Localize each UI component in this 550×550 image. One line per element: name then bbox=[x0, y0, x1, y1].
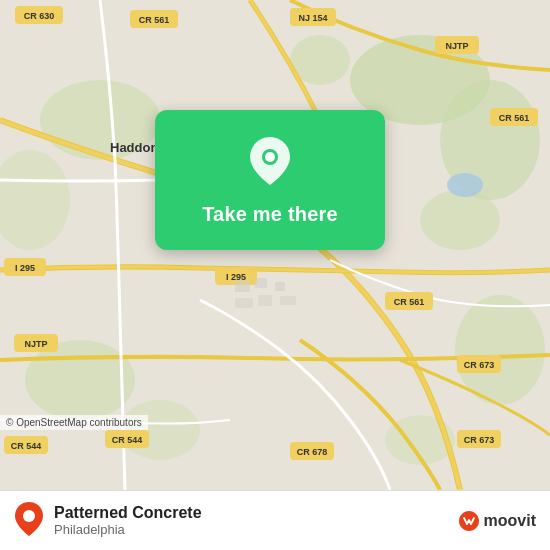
svg-rect-46 bbox=[280, 296, 296, 305]
svg-text:I 295: I 295 bbox=[15, 263, 35, 273]
moovit-logo: moovit bbox=[458, 510, 536, 532]
svg-rect-45 bbox=[258, 295, 272, 306]
svg-text:CR 561: CR 561 bbox=[139, 15, 170, 25]
take-me-there-label: Take me there bbox=[202, 203, 338, 226]
svg-rect-41 bbox=[235, 280, 250, 292]
svg-rect-42 bbox=[255, 278, 267, 288]
svg-point-49 bbox=[23, 510, 35, 522]
moovit-pin-icon bbox=[14, 501, 44, 541]
svg-text:NJTP: NJTP bbox=[24, 339, 47, 349]
bottom-bar: Patterned Concrete Philadelphia moovit bbox=[0, 490, 550, 550]
location-pin-icon bbox=[248, 135, 292, 191]
svg-point-48 bbox=[265, 152, 275, 162]
svg-text:NJ 154: NJ 154 bbox=[298, 13, 327, 23]
svg-rect-43 bbox=[275, 282, 285, 291]
svg-text:NJTP: NJTP bbox=[445, 41, 468, 51]
svg-text:CR 561: CR 561 bbox=[394, 297, 425, 307]
take-me-there-card[interactable]: Take me there bbox=[155, 110, 385, 250]
svg-point-3 bbox=[420, 190, 500, 250]
svg-point-11 bbox=[447, 173, 483, 197]
svg-text:CR 561: CR 561 bbox=[499, 113, 530, 123]
svg-text:CR 544: CR 544 bbox=[112, 435, 143, 445]
svg-text:CR 678: CR 678 bbox=[297, 447, 328, 457]
place-name: Patterned Concrete bbox=[54, 504, 448, 522]
svg-text:CR 673: CR 673 bbox=[464, 435, 495, 445]
svg-text:CR 544: CR 544 bbox=[11, 441, 42, 451]
svg-rect-44 bbox=[235, 298, 253, 308]
map-container: CR 630 CR 561 NJ 154 NJTP CR 561 I 295 I… bbox=[0, 0, 550, 490]
place-city: Philadelphia bbox=[54, 522, 448, 537]
svg-text:CR 630: CR 630 bbox=[24, 11, 55, 21]
copyright-notice: © OpenStreetMap contributors bbox=[0, 415, 148, 430]
moovit-brand-text: moovit bbox=[484, 512, 536, 530]
svg-text:CR 673: CR 673 bbox=[464, 360, 495, 370]
place-info: Patterned Concrete Philadelphia bbox=[54, 504, 448, 537]
